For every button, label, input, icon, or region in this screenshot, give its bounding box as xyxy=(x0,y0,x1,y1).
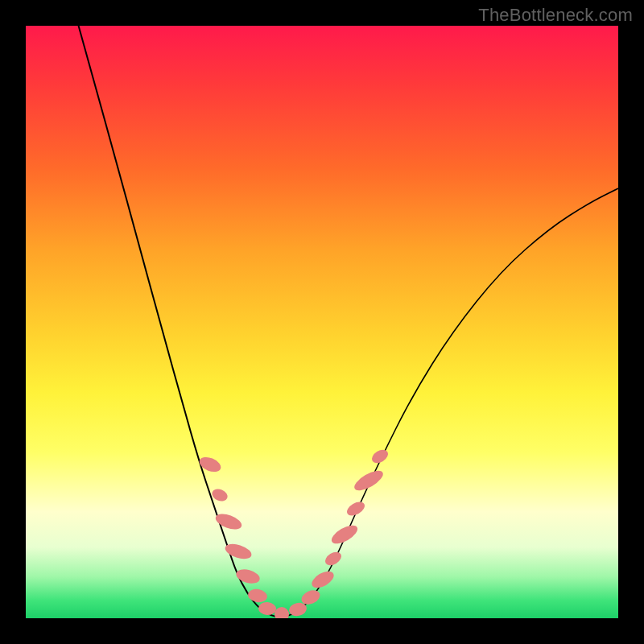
right-curve xyxy=(282,188,618,617)
watermark-text: TheBottleneck.com xyxy=(478,5,633,26)
curves-svg xyxy=(26,26,618,618)
chart-stage: TheBottleneck.com xyxy=(0,0,644,644)
chart-plot-area xyxy=(26,26,618,618)
left-curve xyxy=(74,26,282,617)
